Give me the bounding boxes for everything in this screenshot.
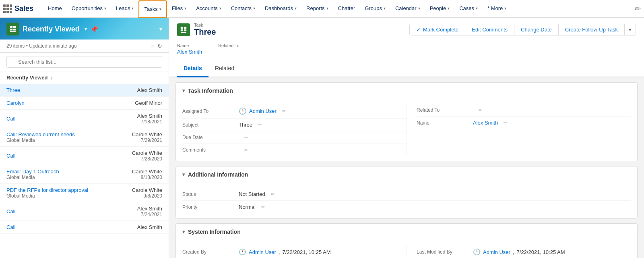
additional-information-section: ▾ Additional Information Status Not Star… [175, 166, 638, 218]
sidebar-pin-icon[interactable]: 📌 [90, 25, 98, 33]
edit-subject-icon[interactable]: ✏ [258, 122, 262, 127]
nav-leads[interactable]: Leads ▾ [111, 0, 138, 18]
nav-people[interactable]: People ▾ [425, 0, 454, 18]
app-launcher[interactable]: Sales [3, 4, 40, 13]
nav-cases[interactable]: Cases ▾ [454, 0, 483, 18]
related-to-row: Related To ✏ [417, 104, 631, 117]
nav-reports[interactable]: Reports ▾ [301, 0, 333, 18]
tab-details[interactable]: Details [177, 60, 208, 77]
sidebar-collapse-icon[interactable]: ▾ [159, 26, 162, 32]
task-name-field: Name Alex Smith [177, 43, 202, 55]
edit-name-icon[interactable]: ✏ [504, 120, 507, 125]
name-field-value[interactable]: Alex Smith [177, 49, 202, 55]
edit-priority-icon[interactable]: ✏ [261, 204, 265, 210]
nav-groups[interactable]: Groups ▾ [360, 0, 390, 18]
item-name: Call [6, 153, 15, 159]
list-item[interactable]: Call Carole White 7/28/2020 [0, 147, 169, 165]
list-item[interactable]: Email: Day 1 Outreach Global Media Carol… [0, 165, 169, 184]
nav-home[interactable]: Home [43, 0, 67, 18]
list-item[interactable]: Call Alex Smith 7/18/2021 [0, 110, 169, 128]
refresh-icon[interactable]: ↻ [157, 43, 162, 49]
svg-rect-5 [181, 27, 183, 29]
sidebar-dropdown-icon[interactable]: ▾ [85, 26, 87, 32]
nav-opportunities[interactable]: Opportunities ▾ [67, 0, 111, 18]
svg-rect-1 [13, 26, 16, 28]
subject-row: Subject Three ✏ [182, 119, 407, 131]
item-name: Call [6, 224, 15, 230]
list-item[interactable]: Call Alex Smith [0, 221, 169, 234]
sidebar-meta: 29 items • Updated a minute ago ≡ ↻ [0, 40, 169, 53]
list-item[interactable]: Call: Reviewed current needs Global Medi… [0, 128, 169, 147]
system-information-section: ▾ System Information Created By 🕐 Admin … [175, 223, 638, 258]
nav-tasks[interactable]: Tasks ▾ [138, 0, 167, 18]
list-item[interactable]: Call Alex Smith 7/24/2021 [0, 202, 169, 221]
nav-contacts[interactable]: Contacts ▾ [226, 0, 260, 18]
item-date: 7/18/2021 [137, 119, 162, 125]
svg-rect-6 [184, 27, 186, 29]
edit-status-icon[interactable]: ✏ [271, 191, 275, 197]
create-follow-up-button[interactable]: Create Follow-Up Task [559, 24, 625, 35]
additional-information-body: Status Not Started ✏ Priority Normal ✏ [176, 183, 637, 218]
section-title: Additional Information [188, 171, 248, 178]
status-row: Status Not Started ✏ [182, 188, 631, 201]
task-information-header[interactable]: ▾ Task Information [176, 83, 637, 99]
name-field-label: Name [177, 43, 202, 48]
collapse-icon: ▾ [182, 88, 185, 94]
item-date: 7/24/2021 [137, 212, 162, 217]
edit-assigned-to-icon[interactable]: ✏ [282, 108, 286, 114]
svg-rect-3 [13, 29, 16, 31]
name-value: Alex Smith ✏ [473, 120, 631, 126]
tab-related[interactable]: Related [208, 60, 241, 77]
item-person: Alex Smith [137, 87, 162, 93]
search-input[interactable] [6, 56, 162, 68]
nav-files[interactable]: Files ▾ [167, 0, 191, 18]
task-related-field: Related To [218, 43, 239, 55]
related-to-field-value: ✏ [473, 108, 631, 113]
svg-rect-9 [181, 32, 186, 33]
nav-dashboards[interactable]: Dashboards ▾ [260, 0, 301, 18]
collapse-icon: ▾ [182, 229, 185, 235]
list-item[interactable]: PDF the RFPs for director approval Globa… [0, 184, 169, 202]
nav-more[interactable]: * More ▾ [483, 0, 511, 18]
svg-rect-2 [10, 29, 12, 31]
item-person: Carole White [132, 150, 162, 156]
additional-information-header[interactable]: ▾ Additional Information [176, 166, 637, 183]
change-date-button[interactable]: Change Date [514, 24, 559, 35]
detail-body: ▾ Task Information Assigned To 🕐 Ad [169, 77, 644, 258]
mark-complete-button[interactable]: ✓ Mark Complete [409, 24, 465, 35]
system-information-header[interactable]: ▾ System Information [176, 224, 637, 240]
item-name: Call: Reviewed current needs [6, 131, 75, 137]
task-information-section: ▾ Task Information Assigned To 🕐 Ad [175, 82, 638, 161]
modified-by-label: Last Modified By [417, 249, 473, 255]
nav-chatter[interactable]: Chatter [333, 0, 360, 18]
list-item[interactable]: Carolyn Geoff Minor [0, 97, 169, 110]
item-sub: Global Media [6, 193, 88, 199]
detail-tabs: Details Related [169, 60, 644, 77]
item-name: Email: Day 1 Outreach [6, 169, 59, 175]
item-person: Carole White [132, 131, 162, 137]
nav-calendar[interactable]: Calendar ▾ [390, 0, 425, 18]
modified-by-clock-icon: 🕐 [473, 248, 481, 256]
assigned-to-label: Assigned To [182, 108, 239, 114]
app-name: Sales [14, 4, 33, 13]
svg-rect-0 [10, 26, 12, 28]
edit-comments-icon[interactable]: ✏ [244, 148, 248, 153]
checkmark-icon: ✓ [416, 27, 421, 33]
sort-icon[interactable]: ↓ [50, 75, 52, 81]
nav-accounts[interactable]: Accounts ▾ [191, 0, 226, 18]
item-date: 7/29/2021 [132, 137, 162, 143]
view-toggle-icon[interactable]: ≡ [151, 43, 154, 49]
edit-related-to-icon[interactable]: ✏ [479, 108, 482, 113]
content-area: Task Three ✓ Mark Complete Edit Comments… [169, 18, 644, 258]
sidebar-app-icon [6, 23, 19, 35]
list-header-label: Recently Viewed [6, 75, 47, 81]
task-type-label: Task [194, 23, 216, 27]
edit-due-date-icon[interactable]: ✏ [244, 135, 248, 140]
actions-dropdown-button[interactable]: ▾ [625, 24, 636, 35]
collapse-icon: ▾ [182, 172, 185, 177]
edit-nav-icon[interactable]: ✏ [635, 4, 641, 13]
edit-comments-button[interactable]: Edit Comments [465, 24, 514, 35]
priority-label: Priority [182, 204, 239, 210]
sidebar-title: Recently Viewed [23, 25, 80, 33]
list-item[interactable]: Three Alex Smith [0, 84, 169, 97]
